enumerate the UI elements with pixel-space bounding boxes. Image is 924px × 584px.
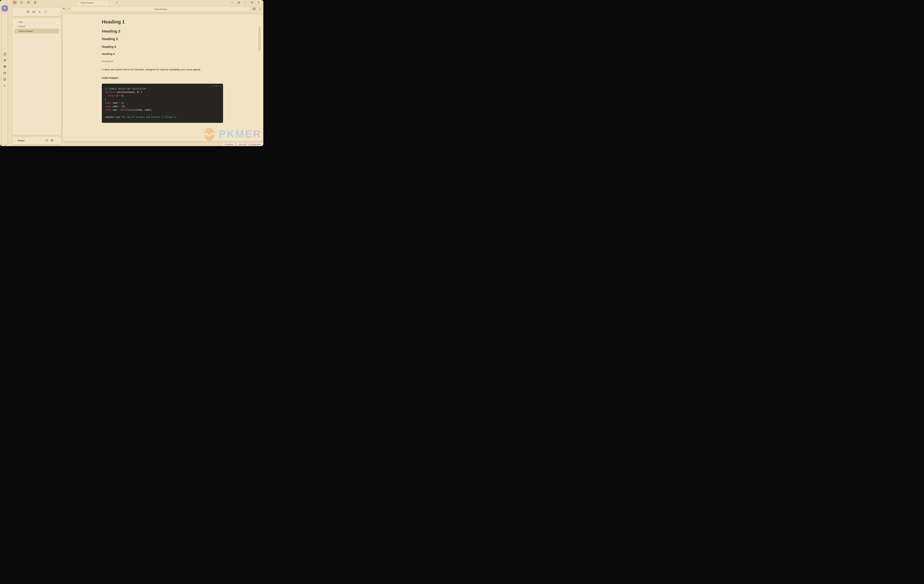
pkmer-watermark: PKMER bbox=[202, 127, 262, 141]
status-bar: 0 backlinks 242 words 1,745 characters bbox=[222, 142, 263, 146]
dashboard-button[interactable] bbox=[3, 65, 6, 68]
restore-button[interactable] bbox=[250, 0, 254, 5]
navigate-forward-button[interactable] bbox=[68, 7, 71, 10]
book-open-icon bbox=[253, 8, 256, 11]
window-controls bbox=[230, 0, 261, 5]
graph-view-button[interactable] bbox=[3, 59, 6, 62]
left-sidebar-toggle-button[interactable] bbox=[2, 5, 8, 11]
arrow-left-icon bbox=[63, 8, 65, 10]
navigate-back-button[interactable] bbox=[63, 7, 65, 10]
heading-2: Heading 2 bbox=[102, 29, 263, 33]
code-line: const sum = calculateSum(num1, num2); bbox=[105, 108, 220, 112]
view-title: Theme Preview bbox=[154, 8, 167, 10]
search-icon bbox=[20, 1, 23, 5]
new-file-button[interactable] bbox=[32, 0, 38, 5]
panel-left-icon bbox=[3, 7, 6, 10]
chevron-right-icon bbox=[16, 26, 18, 27]
settings-button[interactable] bbox=[51, 139, 54, 142]
code-block[interactable]: JavaScript // Simple JavaScript calculat… bbox=[102, 84, 223, 123]
pkmer-watermark-text: PKMER bbox=[219, 129, 262, 139]
tab-theme-preview[interactable]: Theme Preview bbox=[78, 0, 112, 5]
character-count[interactable]: 1,745 characters bbox=[248, 143, 261, 145]
item-label: Project bbox=[18, 25, 25, 28]
item-label: Note bbox=[18, 21, 23, 23]
tab-close-button[interactable] bbox=[108, 2, 111, 4]
code-line: function calculateSum(a, b) { bbox=[105, 90, 220, 94]
folder-icon bbox=[13, 1, 16, 5]
code-line: console.log(`The sum of ${num1} and ${nu… bbox=[105, 115, 220, 119]
file-search-button[interactable] bbox=[3, 53, 6, 56]
code-line: const num2 = 10; bbox=[105, 105, 220, 108]
view-header[interactable]: Theme Preview bbox=[71, 7, 250, 12]
collapse-all-button[interactable] bbox=[44, 10, 47, 13]
plus-icon bbox=[116, 2, 118, 4]
heading-6: Heading 6 bbox=[102, 60, 263, 63]
obsidian-window: Theme Preview bbox=[0, 0, 263, 146]
code-line: } bbox=[105, 98, 220, 101]
files-toggle-button[interactable] bbox=[12, 0, 17, 5]
file-list: NoteProjectTheme Preview bbox=[12, 18, 61, 135]
close-window-button[interactable] bbox=[256, 0, 261, 5]
ribbon bbox=[2, 5, 8, 144]
minimize-button[interactable] bbox=[243, 0, 248, 5]
file-search-icon bbox=[3, 53, 6, 56]
code-snippet-label: Code Snippet : bbox=[102, 76, 263, 79]
new-folder-icon bbox=[33, 11, 35, 14]
terminal-button[interactable] bbox=[3, 84, 6, 87]
chevron-down-icon bbox=[231, 1, 233, 4]
file-icon bbox=[34, 1, 36, 5]
file-explorer: NoteProjectTheme Preview Project bbox=[12, 8, 61, 144]
paragraph: A sleek and stylish theme for Obsidian, … bbox=[102, 68, 263, 71]
file-item[interactable]: Theme Preview bbox=[15, 29, 59, 34]
new-note-icon bbox=[26, 11, 29, 14]
calendar-button[interactable] bbox=[3, 71, 6, 74]
folder-item[interactable]: Project bbox=[15, 24, 59, 29]
heading-1: Heading 1 bbox=[102, 19, 263, 25]
arrow-right-icon bbox=[68, 8, 71, 10]
titlebar: Theme Preview bbox=[0, 0, 263, 5]
bookmarks-button[interactable] bbox=[25, 0, 31, 5]
collapse-all-icon bbox=[45, 11, 47, 14]
new-tab-button[interactable] bbox=[116, 1, 118, 4]
reading-mode-button[interactable] bbox=[252, 8, 256, 11]
more-options-button[interactable] bbox=[258, 8, 261, 11]
code-language-badge: JavaScript bbox=[213, 85, 221, 87]
minimize-icon bbox=[244, 1, 246, 4]
gear-icon bbox=[51, 140, 53, 142]
files-icon bbox=[3, 79, 6, 81]
backlinks-count[interactable]: 0 backlinks bbox=[224, 143, 233, 145]
vault-switcher[interactable]: Project bbox=[15, 139, 25, 142]
code-line: // Simple JavaScript calculation bbox=[105, 87, 220, 90]
more-vertical-icon bbox=[258, 8, 261, 11]
help-circle-icon bbox=[45, 140, 48, 142]
note-editor[interactable]: Heading 1 Heading 2 Heading 3 Heading 4 … bbox=[63, 14, 263, 141]
templates-button[interactable] bbox=[3, 78, 6, 81]
new-note-button[interactable] bbox=[26, 10, 30, 13]
sort-ascending-icon bbox=[38, 11, 41, 14]
vault-name: Project bbox=[18, 140, 25, 141]
quick-access-toolbar bbox=[12, 0, 38, 5]
restore-icon bbox=[251, 1, 253, 4]
new-folder-button[interactable] bbox=[32, 10, 35, 13]
explorer-toolbar bbox=[12, 8, 61, 16]
note-body: Heading 1 Heading 2 Heading 3 Heading 4 … bbox=[63, 19, 263, 123]
tab-list-dropdown-button[interactable] bbox=[230, 0, 234, 5]
calendar-icon bbox=[3, 72, 6, 75]
ribbon-actions bbox=[3, 53, 6, 87]
search-button[interactable] bbox=[19, 0, 24, 5]
help-button[interactable] bbox=[45, 139, 48, 142]
item-label: Theme Preview bbox=[18, 30, 33, 32]
chevrons-up-down-icon bbox=[15, 139, 16, 142]
chevron-right-icon bbox=[16, 21, 18, 23]
pkmer-logo-icon bbox=[202, 127, 216, 141]
word-count[interactable]: 242 words bbox=[238, 143, 246, 145]
scrollbar-thumb[interactable] bbox=[259, 26, 261, 51]
sort-button[interactable] bbox=[38, 10, 41, 13]
edit-mode-icon[interactable] bbox=[235, 143, 236, 145]
folder-item[interactable]: Note bbox=[15, 20, 59, 24]
navigation-history bbox=[63, 7, 71, 10]
git-fork-icon bbox=[3, 60, 6, 63]
heading-5: Heading 5 bbox=[102, 53, 263, 56]
right-sidebar-toggle-button[interactable] bbox=[236, 0, 241, 5]
heading-3: Heading 3 bbox=[102, 37, 263, 41]
